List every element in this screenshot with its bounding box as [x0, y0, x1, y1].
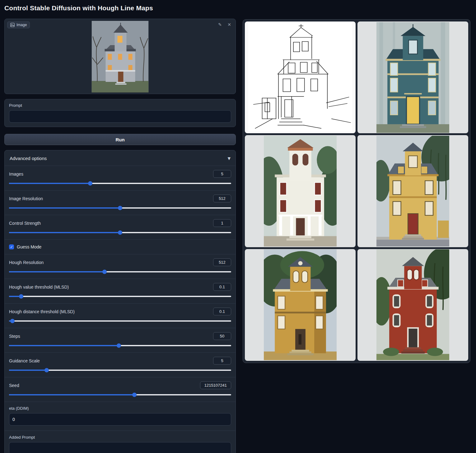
slider-row-control-strength: Control Strength 1	[5, 215, 236, 239]
slider-thumb[interactable]	[132, 393, 137, 397]
slider-row-seed: Seed 1215107241	[5, 377, 236, 402]
guess-mode-row: ✓ Guess Mode	[5, 239, 236, 254]
slider-fill	[9, 183, 90, 184]
slider-thumb[interactable]	[118, 230, 122, 235]
slider-label: Seed	[9, 383, 19, 388]
slider-value-input[interactable]: 512	[213, 258, 231, 266]
generated-image-white-house	[264, 136, 337, 247]
slider-fill	[9, 345, 119, 346]
advanced-options-panel: Advanced options ▼ Images 5 Image Resolu…	[4, 150, 236, 453]
slider[interactable]	[9, 294, 231, 299]
slider-fill	[9, 394, 134, 395]
page-title: Control Stable Diffusion with Hough Line…	[4, 4, 153, 12]
slider-value-input[interactable]: 0.1	[213, 283, 231, 291]
slider-value-input[interactable]: 5	[213, 357, 231, 365]
slider-value-input[interactable]: 5	[213, 170, 231, 178]
gallery-item-generated-1[interactable]	[357, 21, 468, 133]
generated-image-red-house	[376, 249, 450, 360]
advanced-options-title: Advanced options	[10, 156, 47, 161]
slider-thumb[interactable]	[44, 368, 49, 372]
slider-label: Guidance Scale	[9, 358, 40, 363]
slider-fill	[9, 207, 120, 209]
slider-value-input[interactable]: 50	[213, 332, 231, 340]
prompt-label: Prompt	[9, 103, 231, 108]
slider-fill	[9, 370, 47, 371]
slider-label: Images	[9, 172, 23, 177]
gallery-item-generated-4[interactable]	[245, 249, 356, 361]
slider-row-steps: Steps 50	[5, 328, 236, 352]
advanced-sliders-group-1: Images 5 Image Resolution 512 Control St…	[5, 166, 236, 239]
slider-thumb[interactable]	[88, 181, 92, 186]
slider-thumb[interactable]	[10, 319, 15, 323]
input-image[interactable]	[92, 21, 149, 92]
gallery-item-generated-5[interactable]	[357, 249, 468, 361]
slider[interactable]	[9, 319, 231, 323]
prompt-panel: Prompt	[4, 99, 236, 127]
slider-track[interactable]	[9, 320, 231, 322]
generated-image-gold-house	[264, 249, 337, 360]
advanced-options-header[interactable]: Advanced options ▼	[5, 150, 236, 166]
slider[interactable]	[9, 230, 231, 235]
run-button[interactable]: Run	[4, 134, 236, 145]
slider[interactable]	[9, 343, 231, 348]
image-input-panel: Image ✎ ✕	[4, 19, 236, 94]
eta-row: eta (DDIM)	[5, 402, 236, 431]
slider[interactable]	[9, 270, 231, 274]
prompt-input[interactable]	[9, 110, 231, 123]
slider-label: Steps	[9, 334, 20, 339]
slider-thumb[interactable]	[118, 206, 122, 210]
slider-row-hough-resolution: Hough Resolution 512	[5, 254, 236, 279]
slider-value-input[interactable]: 1215107241	[200, 381, 231, 389]
slider-row-hough-distance-threshold-mlsd: Hough distance threshold (MLSD) 0.1	[5, 303, 236, 328]
slider[interactable]	[9, 393, 231, 397]
slider-value-input[interactable]: 1	[213, 219, 231, 227]
slider-row-images: Images 5	[5, 166, 236, 190]
added-prompt-input[interactable]	[9, 442, 231, 453]
slider-thumb[interactable]	[117, 343, 121, 348]
output-gallery	[243, 19, 470, 363]
added-prompt-label: Added Prompt	[9, 435, 231, 440]
slider-row-guidance-scale: Guidance Scale 5	[5, 352, 236, 377]
slider-value-input[interactable]: 512	[213, 195, 231, 202]
eta-input[interactable]	[9, 413, 231, 426]
clear-image-icon[interactable]: ✕	[226, 21, 232, 28]
slider-track[interactable]	[9, 296, 231, 297]
advanced-sliders-group-2: Hough Resolution 512 Hough value thresho…	[5, 254, 236, 402]
edit-image-icon[interactable]: ✎	[217, 21, 223, 28]
hough-line-map-image	[248, 23, 352, 132]
slider-value-input[interactable]: 0.1	[213, 308, 231, 315]
image-input-label-text: Image	[16, 23, 27, 27]
gallery-item-hough-line-map[interactable]	[245, 21, 356, 133]
input-house-photo	[92, 21, 149, 92]
slider-label: Hough distance threshold (MLSD)	[9, 309, 75, 314]
generated-image-teal-house	[376, 22, 450, 133]
slider-row-image-resolution: Image Resolution 512	[5, 190, 236, 215]
image-input-label: Image	[7, 21, 30, 28]
chevron-down-icon: ▼	[228, 156, 231, 161]
slider-row-hough-value-threshold-mlsd: Hough value threshold (MLSD) 0.1	[5, 279, 236, 303]
gallery-item-generated-3[interactable]	[357, 135, 468, 247]
slider-thumb[interactable]	[19, 294, 23, 299]
image-icon	[10, 23, 15, 27]
slider-label: Hough Resolution	[9, 260, 44, 265]
slider-thumb[interactable]	[102, 270, 107, 274]
gallery-item-generated-2[interactable]	[245, 135, 356, 247]
guess-mode-checkbox[interactable]: ✓	[9, 244, 14, 249]
eta-label: eta (DDIM)	[9, 406, 231, 411]
slider-label: Hough value threshold (MLSD)	[9, 285, 69, 290]
slider[interactable]	[9, 181, 231, 186]
slider-fill	[9, 271, 105, 272]
slider-label: Image Resolution	[9, 196, 43, 201]
added-prompt-row: Added Prompt	[5, 431, 236, 453]
generated-image-yellow-house	[376, 136, 450, 247]
guess-mode-label: Guess Mode	[17, 244, 41, 249]
slider[interactable]	[9, 368, 231, 372]
slider-fill	[9, 232, 120, 233]
slider[interactable]	[9, 206, 231, 210]
slider-label: Control Strength	[9, 221, 41, 226]
